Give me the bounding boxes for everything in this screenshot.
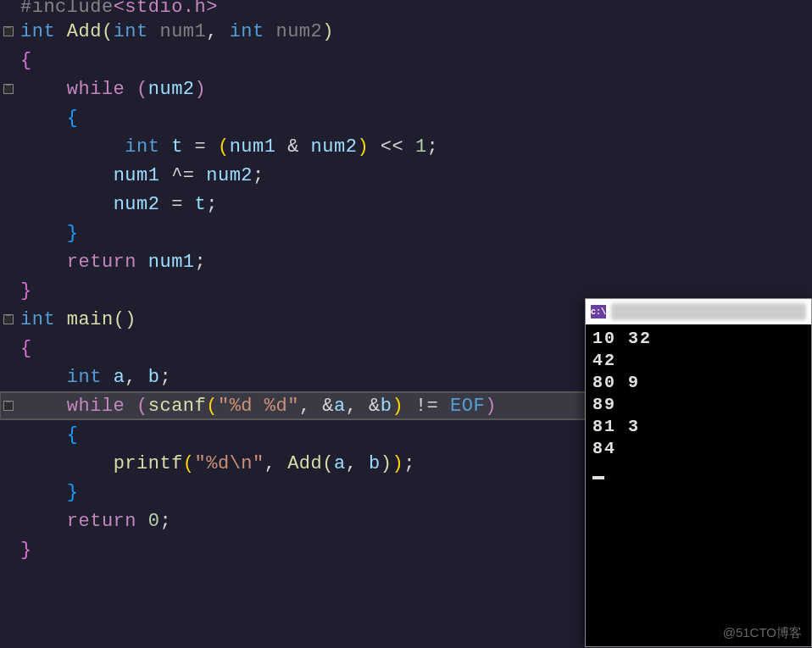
code-line[interactable]: {	[0, 103, 812, 132]
console-titlebar[interactable]: c:\	[586, 299, 811, 324]
brace: }	[20, 280, 32, 302]
function-name: main	[67, 309, 114, 330]
console-line: 80 9	[592, 372, 804, 394]
number: 1	[415, 136, 427, 158]
paren: )	[357, 136, 369, 158]
param: num2	[275, 21, 322, 42]
keyword: return	[67, 252, 136, 273]
watermark: @51CTO博客	[723, 625, 802, 641]
console-line: 42	[592, 350, 804, 372]
paren: (	[136, 79, 148, 100]
console-icon: c:\	[591, 305, 606, 318]
fold-icon[interactable]	[3, 314, 14, 324]
brace: {	[20, 50, 32, 71]
variable: t	[171, 136, 183, 158]
param: num1	[159, 21, 206, 42]
brace: }	[67, 223, 79, 244]
code-line[interactable]: return num1;	[0, 247, 812, 276]
code-line[interactable]: num2 = t;	[0, 190, 812, 219]
function-call: printf	[114, 453, 183, 474]
code-line[interactable]: int t = (num1 & num2) << 1;	[0, 132, 812, 161]
console-output[interactable]: 10 32 42 80 9 89 81 3 84	[586, 324, 811, 485]
fold-icon[interactable]	[3, 401, 14, 411]
console-line: 89	[592, 394, 804, 416]
console-line: 10 32	[592, 328, 804, 350]
fold-icon[interactable]	[3, 84, 14, 94]
variable: a	[114, 367, 125, 388]
brace: }	[67, 482, 79, 503]
code-line[interactable]: #include<stdio.h>	[0, 0, 812, 17]
brace: {	[20, 338, 32, 359]
string: "%d %d"	[218, 396, 299, 417]
brace: {	[67, 424, 79, 446]
paren: (	[218, 136, 230, 158]
paren: (	[102, 21, 114, 42]
code-line[interactable]: int Add(int num1, int num2)	[0, 17, 812, 46]
code-line[interactable]: }	[0, 219, 812, 247]
function-call: scanf	[148, 396, 207, 417]
console-cursor	[592, 476, 604, 479]
console-line: 84	[592, 438, 804, 460]
variable: b	[148, 367, 160, 388]
console-line: 81 3	[592, 416, 804, 438]
code-line[interactable]: {	[0, 46, 812, 75]
brace: }	[20, 540, 32, 561]
fold-icon[interactable]	[3, 26, 14, 36]
paren: )	[195, 79, 207, 100]
include-file: <stdio.h>	[114, 0, 218, 18]
console-title	[611, 303, 806, 320]
code-line[interactable]: num1 ^= num2;	[0, 161, 812, 190]
code-line[interactable]: while (num2)	[0, 75, 812, 103]
brace: {	[67, 108, 79, 129]
keyword: while	[67, 79, 125, 100]
function-name: Add	[67, 21, 102, 42]
variable: num2	[148, 79, 195, 100]
preprocessor-token: #include	[20, 0, 114, 18]
number: 0	[148, 511, 160, 532]
macro: EOF	[450, 396, 485, 417]
paren: )	[322, 21, 334, 42]
string: "%d\n"	[195, 453, 264, 474]
console-window[interactable]: c:\ 10 32 42 80 9 89 81 3 84	[585, 298, 812, 647]
type-keyword: int	[20, 21, 55, 42]
